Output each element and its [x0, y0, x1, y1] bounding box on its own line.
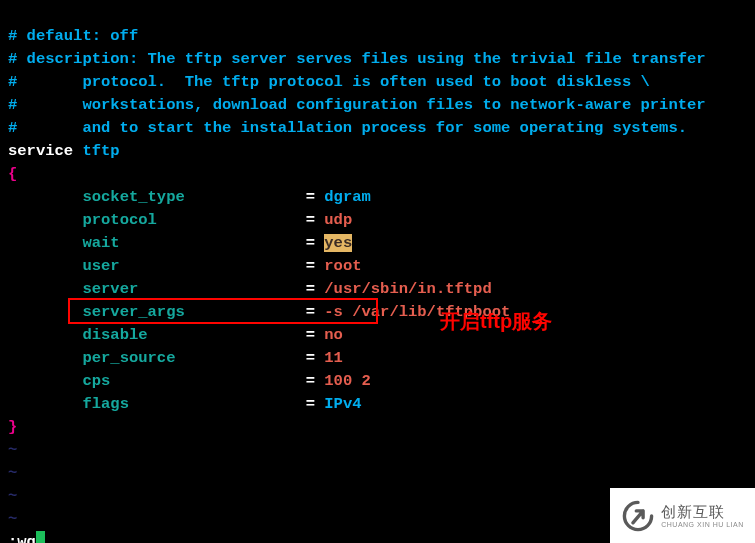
equals: = [306, 303, 315, 321]
empty-line-tilde: ~ [8, 510, 17, 528]
param-value: udp [324, 211, 352, 229]
comment-line: # workstations, download configuration f… [8, 96, 706, 114]
param-key: server_args [82, 303, 184, 321]
equals: = [306, 372, 315, 390]
equals: = [306, 395, 315, 413]
param-key: cps [82, 372, 110, 390]
watermark-brand-cn: 创新互联 [661, 503, 725, 520]
param-key: wait [82, 234, 119, 252]
comment-line: # description: The tftp server serves fi… [8, 50, 706, 68]
param-value: yes [324, 234, 352, 252]
comment-line: # and to start the installation process … [8, 119, 687, 137]
param-key: socket_type [82, 188, 184, 206]
watermark-brand-en: CHUANG XIN HU LIAN [661, 521, 744, 528]
equals: = [306, 280, 315, 298]
service-keyword: service [8, 142, 73, 160]
text-editor[interactable]: # default: off # description: The tftp s… [0, 0, 755, 543]
empty-line-tilde: ~ [8, 441, 17, 459]
vim-command[interactable]: :wq [8, 533, 36, 543]
cursor-icon [36, 531, 45, 543]
param-value: root [324, 257, 361, 275]
comment-line: # default: off [8, 27, 138, 45]
param-key: flags [82, 395, 129, 413]
brace-open: { [8, 165, 17, 183]
equals: = [306, 234, 315, 252]
param-value: IPv4 [324, 395, 361, 413]
param-value: /usr/sbin/in.tftpd [324, 280, 491, 298]
equals: = [306, 349, 315, 367]
empty-line-tilde: ~ [8, 487, 17, 505]
param-key: disable [82, 326, 147, 344]
equals: = [306, 326, 315, 344]
equals: = [306, 257, 315, 275]
equals: = [306, 211, 315, 229]
empty-line-tilde: ~ [8, 464, 17, 482]
param-value: 100 2 [324, 372, 371, 390]
equals: = [306, 188, 315, 206]
param-key: server [82, 280, 138, 298]
brace-close: } [8, 418, 17, 436]
watermark-text: 创新互联 CHUANG XIN HU LIAN [661, 504, 744, 528]
watermark: 创新互联 CHUANG XIN HU LIAN [610, 488, 755, 543]
service-name: tftp [82, 142, 119, 160]
annotation-label: 开启tftp服务 [440, 310, 552, 333]
param-value: no [324, 326, 343, 344]
watermark-logo-icon [621, 499, 655, 533]
param-key: per_source [82, 349, 175, 367]
param-value: dgram [324, 188, 371, 206]
param-key: protocol [82, 211, 156, 229]
comment-line: # protocol. The tftp protocol is often u… [8, 73, 650, 91]
param-key: user [82, 257, 119, 275]
param-value: 11 [324, 349, 343, 367]
